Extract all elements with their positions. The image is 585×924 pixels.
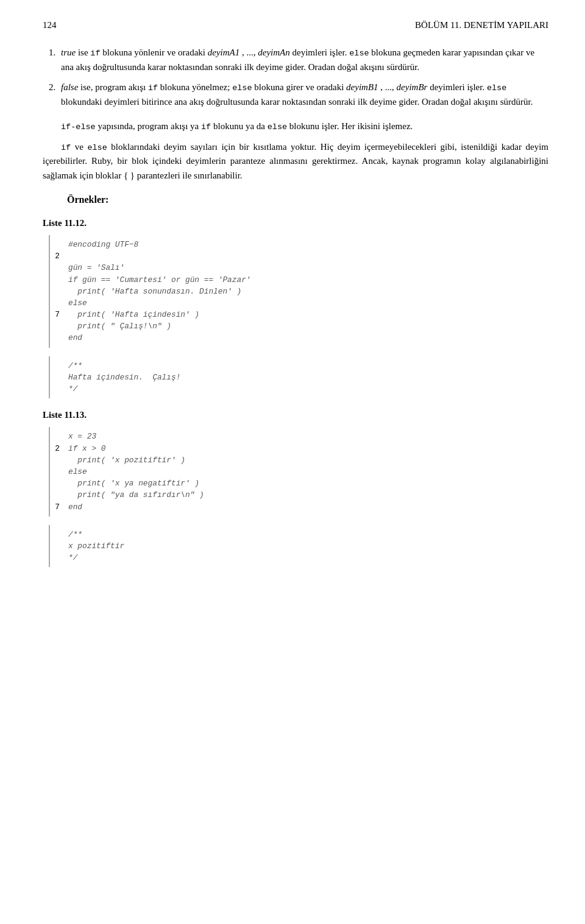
chapter-title: BÖLÜM 11. DENETİM YAPILARI (415, 18, 548, 32)
list-num-1: 1. (49, 46, 61, 74)
output-line-1113-2: x pozitiftir (68, 540, 548, 552)
kw-if-else-p1: if-else (61, 122, 96, 132)
page-content: 1. true ise if blokuna yönlenir ve orada… (43, 46, 548, 567)
var-deyman: deyimAn (258, 48, 289, 57)
paragraph-1: if-else yapısında, program akışı ya if b… (43, 119, 548, 134)
var-deyimbr: deyimBr (397, 82, 428, 92)
code-line-1113-2: 2 if x > 0 (68, 443, 548, 454)
code-line-1112-8: print( " Çalış!\n" ) (68, 320, 548, 332)
code-block-1113: x = 23 2 if x > 0 print( 'x pozitiftir' … (49, 427, 548, 516)
word-true: true (61, 48, 76, 57)
kw-else-1a: else (349, 49, 369, 58)
code-line-1112-5: print( 'Hafta sonundasın. Dinlen' ) (68, 286, 548, 297)
output-line-1113-3: 3 */ (68, 552, 548, 563)
code-line-1113-5: print( 'x ya negatiftir' ) (68, 478, 548, 489)
kw-if-1: if (90, 49, 100, 58)
output-line-1112-2: Hafta içindesin. Çalış! (68, 372, 548, 383)
paragraph-2: if ve else bloklarındaki deyim sayıları … (43, 140, 548, 183)
output-line-1112-1: 1 /** (68, 360, 548, 372)
code-line-1112-9: end (68, 332, 548, 344)
list-item-1: 1. true ise if blokuna yönlenir ve orada… (43, 46, 548, 74)
code-line-1113-1: x = 23 (68, 431, 548, 442)
code-line-1112-2: 2 (68, 250, 548, 262)
code-line-1112-1: #encoding UTF−8 (68, 239, 548, 250)
code-line-1112-4: if gün == 'Cumartesi' or gün == 'Pazar' (68, 274, 548, 286)
output-block-1112: 1 /** Hafta içindesin. Çalış! */ (49, 356, 548, 399)
output-line-1112-3: */ (68, 383, 548, 395)
kw-if-p2: if (61, 143, 71, 152)
list-item-2: 2. false ise, program akışı if blokuna y… (43, 80, 548, 109)
liste-1113-label: Liste 11.13. (43, 408, 548, 422)
code-line-1113-3: print( 'x pozitiftir' ) (68, 454, 548, 466)
code-line-1113-4: else (68, 466, 548, 478)
var-deyima1: deyimA1 (208, 48, 239, 57)
list-text-1: true ise if blokuna yönlenir ve oradaki … (61, 46, 548, 74)
code-line-1113-7: 7 end (68, 501, 548, 513)
page-number: 124 (43, 18, 57, 32)
output-block-1113: /** x pozitiftir 3 */ (49, 525, 548, 568)
kw-else-2a: else (232, 83, 252, 93)
output-line-1113-1: /** (68, 529, 548, 540)
code-block-1112: #encoding UTF−8 2 gün = 'Salı' if gün ==… (49, 235, 548, 348)
ornekler-heading: Örnekler: (43, 192, 548, 208)
kw-if-2: if (148, 83, 158, 93)
list-num-2: 2. (49, 80, 61, 109)
kw-else-p2: else (87, 143, 107, 152)
code-line-1112-7: 7 print( 'Hafta içindesin' ) (68, 309, 548, 320)
list-text-2: false ise, program akışı if blokuna yöne… (61, 80, 548, 109)
word-false: false (61, 82, 78, 92)
var-deyimb1: deyimB1 (346, 82, 378, 92)
kw-else-p1: else (268, 122, 287, 132)
code-line-1112-3: gün = 'Salı' (68, 262, 548, 273)
kw-else-2b: else (487, 83, 506, 93)
code-line-1112-6: else (68, 297, 548, 309)
code-line-1113-6: print( "ya da sıfırdır\n" ) (68, 489, 548, 501)
liste-1112-label: Liste 11.12. (43, 216, 548, 230)
page-header: 124 BÖLÜM 11. DENETİM YAPILARI (43, 18, 548, 32)
kw-if-p1: if (201, 122, 211, 132)
